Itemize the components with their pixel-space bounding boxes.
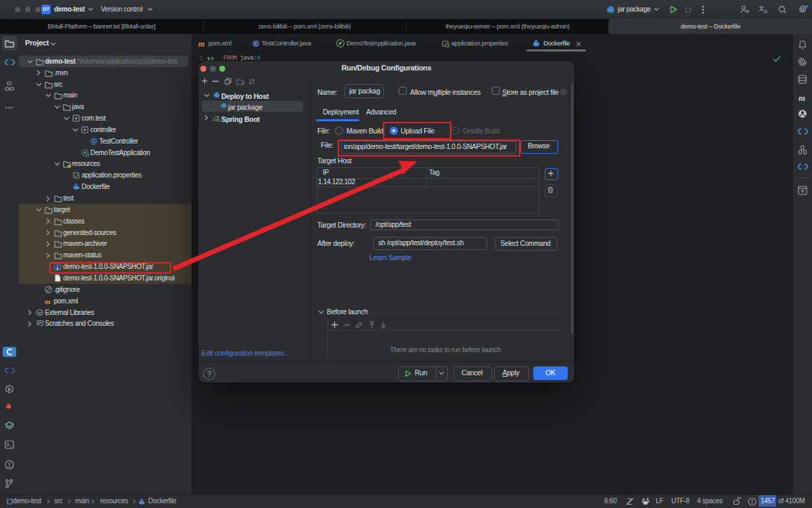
svg-text:C: C: [92, 138, 96, 144]
svg-text:C: C: [254, 41, 258, 47]
svg-text:m: m: [798, 94, 805, 102]
svg-text:A: A: [764, 8, 768, 14]
svg-text:m: m: [198, 39, 204, 48]
svg-text:m: m: [45, 297, 51, 305]
